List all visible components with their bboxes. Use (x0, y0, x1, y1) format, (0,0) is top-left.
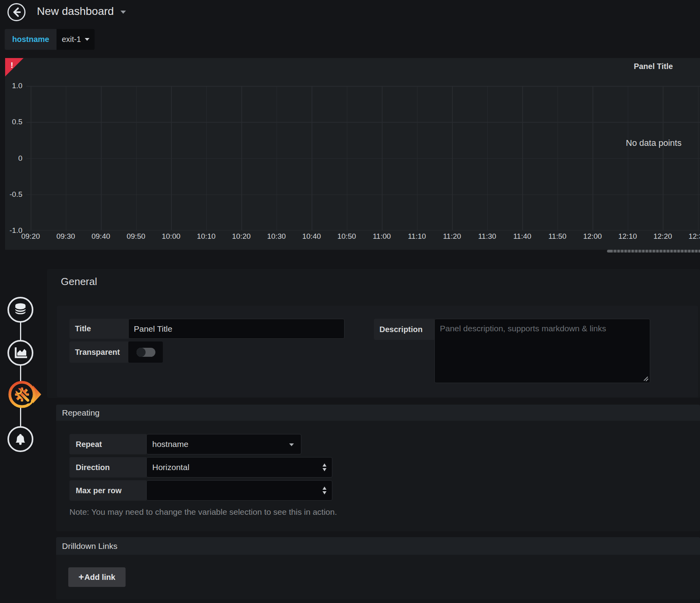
grid-vline (592, 86, 593, 231)
max-per-row-select[interactable] (146, 480, 332, 501)
tab-visualization[interactable] (7, 340, 33, 366)
drilldown-title: Drilldown Links (62, 541, 117, 551)
grid-hline (26, 86, 700, 87)
repeat-dropdown[interactable]: hostname (146, 434, 301, 454)
x-tick-label: 09:50 (122, 232, 150, 241)
x-tick-label: 11:50 (544, 232, 571, 241)
description-field-label: Description (374, 319, 434, 340)
grid-vline (206, 86, 207, 231)
grid-vline (312, 86, 312, 231)
max-per-row-field-label: Max per row (69, 480, 146, 501)
grid-vline (452, 86, 453, 231)
caret-down-icon (289, 443, 294, 446)
x-tick-label: 10:20 (228, 232, 255, 241)
tab-alert[interactable] (7, 426, 33, 452)
direction-value: Horizontal (152, 463, 190, 472)
grid-vline (171, 86, 172, 231)
grid-vline (522, 86, 523, 231)
x-tick-label: 11:00 (368, 232, 396, 241)
x-tick-label: 10:30 (263, 232, 290, 241)
grid-vline (628, 86, 629, 231)
x-tick-label: 09:40 (87, 232, 115, 241)
y-tick-label: 0.5 (5, 118, 22, 126)
transparent-toggle-cell (128, 341, 163, 363)
plot-area (26, 86, 700, 231)
caret-down-icon[interactable] (120, 11, 126, 14)
description-textarea[interactable]: Panel description, supports markdown & l… (434, 319, 650, 383)
title-input[interactable]: Panel Title (128, 319, 345, 339)
dashboard-title[interactable]: New dashboard (37, 5, 114, 18)
select-arrows-icon (323, 463, 327, 472)
repeat-value: hostname (152, 440, 188, 449)
direction-select[interactable]: Horizontal (146, 457, 332, 478)
grid-hline (26, 122, 700, 123)
error-corner-icon[interactable] (5, 58, 24, 76)
x-tick-label: 10:00 (157, 232, 185, 241)
grid-vline (66, 86, 67, 231)
description-placeholder: Panel description, supports markdown & l… (440, 324, 606, 333)
caret-down-icon (85, 38, 89, 41)
drilldown-header: Drilldown Links (56, 537, 700, 555)
y-tick-label: 0 (5, 154, 22, 163)
template-variable[interactable]: hostname exit-1 (5, 29, 95, 50)
select-arrows-icon (323, 487, 327, 495)
y-tick-label: 1.0 (5, 82, 22, 90)
grid-vline (698, 86, 699, 231)
x-tick-label: 11:20 (438, 232, 466, 241)
graph-panel: ! Panel Title No data points 1.00.50-0.5… (5, 58, 700, 250)
grid-hline (26, 194, 700, 195)
add-link-button[interactable]: + Add link (68, 567, 126, 587)
graph-icon (12, 345, 29, 361)
grid-vline (101, 86, 102, 231)
no-data-text: No data points (603, 138, 700, 148)
grid-vline (136, 86, 137, 231)
database-icon (13, 302, 28, 318)
grid-vline (558, 86, 558, 231)
x-tick-label: 09:20 (17, 232, 44, 241)
section-repeating: Repeating Repeat hostname Direction Hori… (56, 405, 700, 531)
section-general: General Title Panel Title Transparent De… (47, 269, 700, 398)
x-tick-label: 09:30 (52, 232, 80, 241)
error-exclamation-icon: ! (11, 61, 13, 70)
grid-vline (277, 86, 277, 231)
tab-general-active[interactable] (5, 378, 46, 412)
y-tick-label: -0.5 (5, 190, 22, 199)
plus-icon: + (78, 572, 84, 583)
panel-title[interactable]: Panel Title (604, 62, 700, 71)
grid-hline (26, 158, 700, 159)
repeating-note: Note: You may need to change the variabl… (69, 507, 337, 517)
grid-vline (347, 86, 348, 231)
x-tick-label: 12:30 (684, 232, 700, 241)
repeating-title: Repeating (62, 408, 100, 418)
variable-name[interactable]: hostname (5, 29, 57, 50)
tab-queries[interactable] (7, 297, 33, 323)
repeating-header: Repeating (56, 405, 700, 421)
x-tick-label: 10:40 (298, 232, 325, 241)
tab-connector-line (20, 310, 21, 439)
grid-vline (417, 86, 418, 231)
grid-vline (487, 86, 488, 231)
x-tick-label: 12:10 (614, 232, 642, 241)
x-tick-label: 11:30 (474, 232, 501, 241)
x-tick-label: 12:00 (579, 232, 606, 241)
title-field-label: Title (69, 319, 128, 339)
horizontal-scrollbar[interactable] (607, 250, 700, 252)
general-form-box: Title Panel Title Transparent Descriptio… (57, 306, 698, 397)
gear-wrench-icon (10, 382, 41, 407)
x-tick-label: 12:20 (649, 232, 676, 241)
transparent-toggle[interactable] (137, 348, 155, 357)
section-drilldown: Drilldown Links + Add link (56, 537, 700, 599)
grid-vline (241, 86, 242, 231)
bell-icon (14, 432, 27, 446)
grid-vline (31, 86, 31, 231)
variable-value-dropdown[interactable]: exit-1 (57, 29, 95, 50)
back-button[interactable] (7, 3, 26, 21)
resize-handle-icon[interactable] (642, 375, 649, 381)
transparent-field-label: Transparent (69, 341, 128, 363)
toggle-knob (137, 348, 146, 357)
section-general-title: General (61, 276, 97, 288)
grid-vline (663, 86, 664, 231)
grid-vline (382, 86, 383, 231)
grid-hline (26, 230, 700, 231)
variable-value: exit-1 (62, 29, 81, 50)
